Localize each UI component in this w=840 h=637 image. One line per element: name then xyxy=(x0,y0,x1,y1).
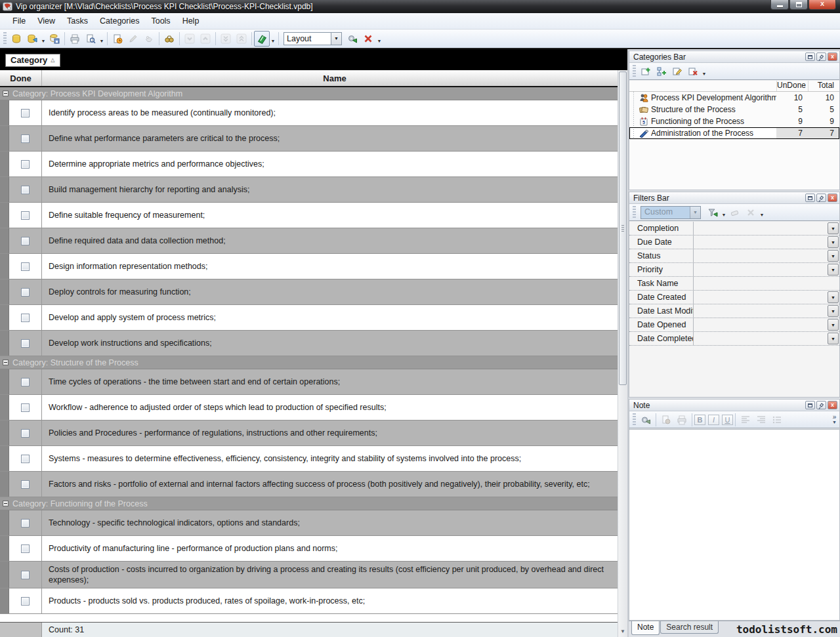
category-item[interactable]: Process KPI Development Algorithm1010 xyxy=(629,92,839,104)
task-checkbox[interactable] xyxy=(21,237,30,245)
scrollbar-down-arrow[interactable]: ▼ xyxy=(618,628,627,634)
filters-toolbar-overflow[interactable]: ▼ xyxy=(759,205,765,220)
apply-filter-dropdown[interactable]: ▼ xyxy=(721,205,727,220)
filter-value[interactable] xyxy=(694,277,839,290)
filter-value[interactable] xyxy=(694,291,827,304)
task-name[interactable]: Determine appropriate metrics and perfor… xyxy=(42,152,618,176)
task-checkbox[interactable] xyxy=(21,480,30,489)
menu-view[interactable]: View xyxy=(32,13,61,29)
bold-button[interactable]: B xyxy=(694,415,705,425)
task-row[interactable]: Factors and risks - portfolio of externa… xyxy=(0,472,618,497)
category-item[interactable]: Administration of the Process77 xyxy=(629,127,839,139)
task-name[interactable]: Technology - specific technological indi… xyxy=(42,510,618,535)
menu-tools[interactable]: Tools xyxy=(145,13,176,29)
italic-button[interactable]: I xyxy=(708,415,719,425)
note-pin-icon[interactable] xyxy=(816,401,826,409)
task-row[interactable]: Products - products sold vs. products pr… xyxy=(0,588,618,614)
note-close-icon[interactable]: x xyxy=(828,401,837,409)
open-dropdown-arrow[interactable]: ▼ xyxy=(40,31,47,46)
task-row[interactable]: Technology - specific technological indi… xyxy=(0,510,618,536)
minimize-button[interactable] xyxy=(770,0,789,10)
grid-vertical-scrollbar[interactable]: ▼ xyxy=(618,70,627,637)
bottom-tab-note[interactable]: Note xyxy=(631,621,660,635)
edit-task-button[interactable] xyxy=(125,31,141,47)
task-row[interactable]: Systems - measures to determine effectiv… xyxy=(0,446,618,472)
task-name[interactable]: Define required data and data collection… xyxy=(42,228,618,253)
layout-view-button[interactable] xyxy=(254,31,270,47)
move-up-button[interactable] xyxy=(198,31,213,47)
categories-toolbar-overflow[interactable]: ▼ xyxy=(701,64,707,79)
apply-layout-button[interactable] xyxy=(345,31,360,47)
task-checkbox[interactable] xyxy=(21,403,30,412)
task-row[interactable]: Build management hierarchy for reporting… xyxy=(0,177,618,203)
filter-dropdown-button[interactable]: ▼ xyxy=(828,236,839,248)
task-name[interactable]: Systems - measures to determine effectiv… xyxy=(42,446,618,471)
column-header-name[interactable]: Name xyxy=(42,70,627,86)
task-checkbox[interactable] xyxy=(21,211,30,220)
task-checkbox[interactable] xyxy=(21,314,30,322)
task-checkbox[interactable] xyxy=(21,186,30,194)
category-item[interactable]: Structure of the Process55 xyxy=(629,104,839,115)
scrollbar-thumb[interactable] xyxy=(619,72,627,385)
restore-button[interactable] xyxy=(789,0,808,10)
save-database-button[interactable] xyxy=(47,31,62,47)
task-row[interactable]: Time cycles of operations - the time bet… xyxy=(0,369,618,395)
layout-combobox-value[interactable]: Layout xyxy=(284,32,331,45)
delete-layout-button[interactable] xyxy=(360,31,376,47)
collapse-icon[interactable] xyxy=(3,360,9,365)
task-checkbox[interactable] xyxy=(21,429,30,438)
collapse-icon[interactable] xyxy=(3,501,9,506)
task-checkbox[interactable] xyxy=(21,519,30,527)
filter-preset-combobox[interactable]: Custom ▼ xyxy=(640,206,701,219)
task-checkbox[interactable] xyxy=(21,378,30,386)
task-name[interactable]: Develop work instructions and specificat… xyxy=(42,331,618,356)
delete-filter-button[interactable] xyxy=(743,205,759,220)
task-name[interactable]: Build management hierarchy for reporting… xyxy=(42,177,618,202)
task-name[interactable]: Develop and apply system of process metr… xyxy=(42,305,618,330)
task-row[interactable]: Identify process areas to be measured (c… xyxy=(0,100,618,126)
task-checkbox[interactable] xyxy=(21,109,30,117)
task-name[interactable]: Products - products sold vs. products pr… xyxy=(42,588,618,613)
task-checkbox[interactable] xyxy=(21,597,30,606)
menu-help[interactable]: Help xyxy=(177,13,205,29)
filters-restore-icon[interactable] xyxy=(805,194,815,202)
task-checkbox[interactable] xyxy=(21,160,30,169)
filter-value[interactable] xyxy=(694,332,827,345)
task-name[interactable]: Time cycles of operations - the time bet… xyxy=(42,369,618,394)
filter-dropdown-button[interactable]: ▼ xyxy=(828,264,839,276)
task-row[interactable]: Define required data and data collection… xyxy=(0,228,618,254)
edit-category-button[interactable] xyxy=(669,64,685,79)
task-name[interactable]: Policies and Procedures - performance of… xyxy=(42,421,618,445)
toolbar-overflow-arrow[interactable]: ▼ xyxy=(376,31,383,46)
filter-value[interactable] xyxy=(694,236,827,249)
collapse-icon[interactable] xyxy=(3,91,9,96)
task-checkbox[interactable] xyxy=(21,288,30,297)
category-item[interactable]: 5Functioning of the Process99 xyxy=(629,115,839,127)
task-row[interactable]: Develop work instructions and specificat… xyxy=(0,331,618,356)
filter-dropdown-button[interactable]: ▼ xyxy=(828,305,839,317)
filter-value[interactable] xyxy=(694,263,827,276)
task-row[interactable]: Design information representation method… xyxy=(0,254,618,279)
task-checkbox[interactable] xyxy=(21,571,30,579)
task-name[interactable]: Define suitable frequency of measurement… xyxy=(42,203,618,228)
filter-dropdown-button[interactable]: ▼ xyxy=(828,319,839,331)
task-name[interactable]: Productivity of manufacturing line - per… xyxy=(42,536,618,561)
close-button[interactable]: X xyxy=(808,0,836,10)
new-task-button[interactable] xyxy=(110,31,125,47)
task-checkbox[interactable] xyxy=(21,134,30,143)
find-button[interactable] xyxy=(161,31,177,47)
print-preview-button[interactable] xyxy=(83,31,98,47)
print-dropdown-arrow[interactable]: ▼ xyxy=(98,31,105,46)
filters-pin-icon[interactable] xyxy=(816,194,826,202)
task-name[interactable]: Costs of production - costs incurred to … xyxy=(42,562,618,588)
category-group-row[interactable]: Category: Functioning of the Process xyxy=(0,497,618,510)
layout-combobox[interactable]: Layout ▼ xyxy=(284,32,342,45)
filter-dropdown-button[interactable]: ▼ xyxy=(828,291,839,303)
assign-task-button[interactable] xyxy=(141,31,157,47)
new-subcategory-button[interactable] xyxy=(654,64,669,79)
print-button[interactable] xyxy=(67,31,83,47)
task-row[interactable]: Policies and Procedures - performance of… xyxy=(0,421,618,446)
filter-value[interactable] xyxy=(694,304,827,318)
clear-filter-button[interactable] xyxy=(727,205,743,220)
menu-categories[interactable]: Categories xyxy=(94,13,145,29)
